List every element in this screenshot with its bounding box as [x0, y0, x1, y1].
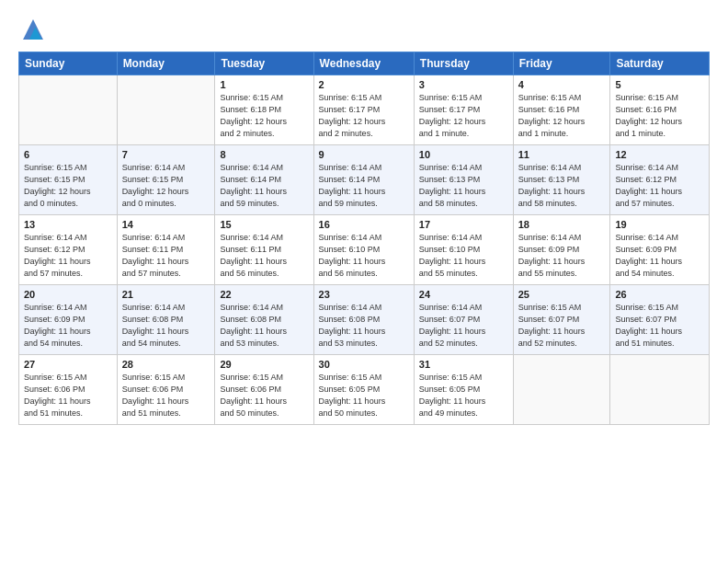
- day-number: 18: [518, 219, 606, 230]
- day-info: Sunrise: 6:15 AM Sunset: 6:07 PM Dayligh…: [518, 302, 606, 350]
- day-info: Sunrise: 6:14 AM Sunset: 6:10 PM Dayligh…: [319, 232, 409, 280]
- day-cell: 5Sunrise: 6:15 AM Sunset: 6:16 PM Daylig…: [610, 75, 710, 145]
- day-number: 7: [122, 149, 210, 160]
- day-cell: [117, 75, 215, 145]
- day-number: 20: [24, 289, 112, 300]
- day-info: Sunrise: 6:14 AM Sunset: 6:14 PM Dayligh…: [220, 162, 308, 210]
- day-info: Sunrise: 6:15 AM Sunset: 6:16 PM Dayligh…: [518, 92, 606, 140]
- day-cell: [610, 355, 710, 425]
- day-cell: 22Sunrise: 6:14 AM Sunset: 6:08 PM Dayli…: [215, 285, 313, 355]
- weekday-header-saturday: Saturday: [610, 52, 710, 75]
- week-row-1: 6Sunrise: 6:15 AM Sunset: 6:15 PM Daylig…: [19, 145, 710, 215]
- day-number: 24: [419, 289, 508, 300]
- day-cell: 30Sunrise: 6:15 AM Sunset: 6:05 PM Dayli…: [313, 355, 414, 425]
- weekday-header-tuesday: Tuesday: [215, 52, 313, 75]
- day-cell: 4Sunrise: 6:15 AM Sunset: 6:16 PM Daylig…: [513, 75, 610, 145]
- day-cell: 6Sunrise: 6:15 AM Sunset: 6:15 PM Daylig…: [19, 145, 118, 215]
- day-cell: 21Sunrise: 6:14 AM Sunset: 6:08 PM Dayli…: [117, 285, 215, 355]
- day-cell: 24Sunrise: 6:14 AM Sunset: 6:07 PM Dayli…: [414, 285, 513, 355]
- day-number: 29: [220, 359, 308, 370]
- day-info: Sunrise: 6:14 AM Sunset: 6:09 PM Dayligh…: [24, 302, 112, 350]
- day-info: Sunrise: 6:15 AM Sunset: 6:18 PM Dayligh…: [220, 92, 308, 140]
- day-number: 21: [122, 289, 210, 300]
- day-info: Sunrise: 6:15 AM Sunset: 6:15 PM Dayligh…: [24, 162, 112, 210]
- calendar: SundayMondayTuesdayWednesdayThursdayFrid…: [18, 52, 710, 425]
- weekday-header-thursday: Thursday: [414, 52, 513, 75]
- day-number: 8: [220, 149, 308, 160]
- day-cell: 26Sunrise: 6:15 AM Sunset: 6:07 PM Dayli…: [610, 285, 710, 355]
- day-number: 2: [319, 79, 409, 90]
- day-cell: 11Sunrise: 6:14 AM Sunset: 6:13 PM Dayli…: [513, 145, 610, 215]
- day-cell: 18Sunrise: 6:14 AM Sunset: 6:09 PM Dayli…: [513, 215, 610, 285]
- day-info: Sunrise: 6:14 AM Sunset: 6:13 PM Dayligh…: [419, 162, 508, 210]
- day-number: 23: [319, 289, 409, 300]
- weekday-header-friday: Friday: [513, 52, 610, 75]
- day-cell: 25Sunrise: 6:15 AM Sunset: 6:07 PM Dayli…: [513, 285, 610, 355]
- day-info: Sunrise: 6:14 AM Sunset: 6:13 PM Dayligh…: [518, 162, 606, 210]
- day-number: 30: [319, 359, 409, 370]
- day-number: 12: [615, 149, 704, 160]
- day-cell: 31Sunrise: 6:15 AM Sunset: 6:05 PM Dayli…: [414, 355, 513, 425]
- day-info: Sunrise: 6:15 AM Sunset: 6:06 PM Dayligh…: [220, 372, 308, 419]
- day-number: 25: [518, 289, 606, 300]
- day-number: 15: [220, 219, 308, 230]
- day-info: Sunrise: 6:14 AM Sunset: 6:09 PM Dayligh…: [518, 232, 606, 280]
- weekday-header-monday: Monday: [117, 52, 215, 75]
- day-cell: 13Sunrise: 6:14 AM Sunset: 6:12 PM Dayli…: [19, 215, 118, 285]
- day-cell: 28Sunrise: 6:15 AM Sunset: 6:06 PM Dayli…: [117, 355, 215, 425]
- day-info: Sunrise: 6:14 AM Sunset: 6:15 PM Dayligh…: [122, 162, 210, 210]
- day-cell: 10Sunrise: 6:14 AM Sunset: 6:13 PM Dayli…: [414, 145, 513, 215]
- day-number: 16: [319, 219, 409, 230]
- day-number: 1: [220, 79, 308, 90]
- day-number: 28: [122, 359, 210, 370]
- day-cell: 19Sunrise: 6:14 AM Sunset: 6:09 PM Dayli…: [610, 215, 710, 285]
- day-cell: 7Sunrise: 6:14 AM Sunset: 6:15 PM Daylig…: [117, 145, 215, 215]
- week-row-3: 20Sunrise: 6:14 AM Sunset: 6:09 PM Dayli…: [19, 285, 710, 355]
- day-number: 27: [24, 359, 112, 370]
- day-info: Sunrise: 6:15 AM Sunset: 6:06 PM Dayligh…: [122, 372, 210, 419]
- day-number: 22: [220, 289, 308, 300]
- day-number: 13: [24, 219, 112, 230]
- day-cell: 3Sunrise: 6:15 AM Sunset: 6:17 PM Daylig…: [414, 75, 513, 145]
- day-cell: 9Sunrise: 6:14 AM Sunset: 6:14 PM Daylig…: [313, 145, 414, 215]
- day-number: 19: [615, 219, 704, 230]
- week-row-0: 1Sunrise: 6:15 AM Sunset: 6:18 PM Daylig…: [19, 75, 710, 145]
- day-cell: 27Sunrise: 6:15 AM Sunset: 6:06 PM Dayli…: [19, 355, 118, 425]
- day-info: Sunrise: 6:15 AM Sunset: 6:07 PM Dayligh…: [615, 302, 704, 350]
- week-row-2: 13Sunrise: 6:14 AM Sunset: 6:12 PM Dayli…: [19, 215, 710, 285]
- day-number: 5: [615, 79, 704, 90]
- week-row-4: 27Sunrise: 6:15 AM Sunset: 6:06 PM Dayli…: [19, 355, 710, 425]
- logo: [18, 15, 50, 44]
- day-info: Sunrise: 6:15 AM Sunset: 6:05 PM Dayligh…: [319, 372, 409, 419]
- day-cell: 1Sunrise: 6:15 AM Sunset: 6:18 PM Daylig…: [215, 75, 313, 145]
- header: [18, 15, 710, 44]
- day-number: 6: [24, 149, 112, 160]
- day-number: 9: [319, 149, 409, 160]
- day-number: 10: [419, 149, 508, 160]
- weekday-header-row: SundayMondayTuesdayWednesdayThursdayFrid…: [19, 52, 710, 75]
- day-number: 4: [518, 79, 606, 90]
- day-info: Sunrise: 6:14 AM Sunset: 6:09 PM Dayligh…: [615, 232, 704, 280]
- day-cell: 17Sunrise: 6:14 AM Sunset: 6:10 PM Dayli…: [414, 215, 513, 285]
- day-info: Sunrise: 6:15 AM Sunset: 6:05 PM Dayligh…: [419, 372, 508, 419]
- day-info: Sunrise: 6:15 AM Sunset: 6:17 PM Dayligh…: [419, 92, 508, 140]
- day-cell: [513, 355, 610, 425]
- day-cell: 2Sunrise: 6:15 AM Sunset: 6:17 PM Daylig…: [313, 75, 414, 145]
- day-info: Sunrise: 6:14 AM Sunset: 6:08 PM Dayligh…: [319, 302, 409, 350]
- day-cell: 20Sunrise: 6:14 AM Sunset: 6:09 PM Dayli…: [19, 285, 118, 355]
- day-number: 14: [122, 219, 210, 230]
- day-info: Sunrise: 6:14 AM Sunset: 6:11 PM Dayligh…: [122, 232, 210, 280]
- day-info: Sunrise: 6:14 AM Sunset: 6:07 PM Dayligh…: [419, 302, 508, 350]
- day-cell: 29Sunrise: 6:15 AM Sunset: 6:06 PM Dayli…: [215, 355, 313, 425]
- day-number: 11: [518, 149, 606, 160]
- day-cell: 15Sunrise: 6:14 AM Sunset: 6:11 PM Dayli…: [215, 215, 313, 285]
- weekday-header-wednesday: Wednesday: [313, 52, 414, 75]
- day-info: Sunrise: 6:14 AM Sunset: 6:12 PM Dayligh…: [615, 162, 704, 210]
- day-cell: 14Sunrise: 6:14 AM Sunset: 6:11 PM Dayli…: [117, 215, 215, 285]
- day-cell: 23Sunrise: 6:14 AM Sunset: 6:08 PM Dayli…: [313, 285, 414, 355]
- day-info: Sunrise: 6:15 AM Sunset: 6:17 PM Dayligh…: [319, 92, 409, 140]
- day-info: Sunrise: 6:14 AM Sunset: 6:11 PM Dayligh…: [220, 232, 308, 280]
- logo-icon: [18, 15, 48, 44]
- day-number: 3: [419, 79, 508, 90]
- day-cell: 8Sunrise: 6:14 AM Sunset: 6:14 PM Daylig…: [215, 145, 313, 215]
